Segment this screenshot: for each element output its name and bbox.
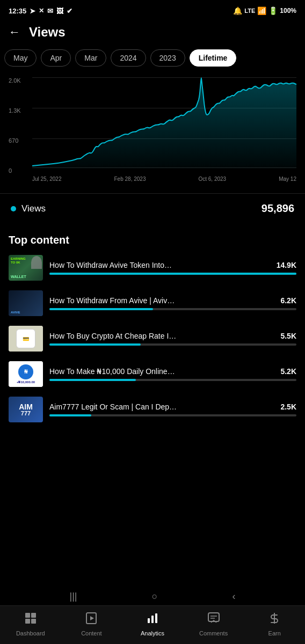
nav-dashboard[interactable]: Dashboard	[14, 612, 47, 636]
nav-content[interactable]: Content	[75, 612, 107, 636]
content-item-partial[interactable]: AIM 777 Aim7777 Legit Or Scam | Can I De…	[9, 397, 296, 427]
period-may[interactable]: May	[4, 49, 37, 67]
period-2024[interactable]: 2024	[111, 49, 146, 67]
sys-nav-back[interactable]: ‹	[232, 591, 235, 602]
content-thumb-2: AVIVE	[9, 290, 43, 316]
content-views-4: 5.2K	[280, 367, 296, 376]
content-thumb-4: ₦ +₦10,000.00	[9, 361, 43, 387]
progress-bg-2	[49, 308, 296, 310]
sys-nav-menu[interactable]: |||	[70, 591, 77, 602]
nav-earn[interactable]: Earn	[258, 612, 291, 636]
period-apr[interactable]: Apr	[41, 49, 71, 67]
system-nav: ||| ○ ‹	[0, 588, 305, 605]
content-item[interactable]: ₦ +₦10,000.00 How To Make ₦10,000 Daily …	[9, 361, 296, 387]
x-label-3: Oct 6, 2023	[198, 176, 226, 182]
views-count: 95,896	[262, 202, 294, 215]
period-mar[interactable]: Mar	[75, 49, 106, 67]
page-title: Views	[29, 25, 66, 40]
content-icon	[85, 612, 98, 628]
section-title: Top content	[9, 234, 296, 246]
chart-y-labels: 2.0K 1.3K 670 0	[9, 77, 30, 174]
earn-icon	[268, 612, 281, 628]
comments-icon	[207, 612, 220, 628]
chart-svg	[32, 77, 296, 169]
content-info-4: How To Make ₦10,000 Daily Online… 5.2K	[49, 367, 296, 381]
nav-analytics-label: Analytics	[141, 630, 164, 636]
progress-fill-4	[49, 379, 136, 381]
mail-icon: ✉	[47, 7, 53, 15]
svg-rect-7	[151, 616, 154, 623]
svg-marker-5	[90, 616, 94, 620]
chart-x-labels: Jul 25, 2022 Feb 28, 2023 Oct 6, 2023 Ma…	[9, 176, 296, 182]
content-views-2: 6.2K	[280, 296, 296, 305]
content-views-1: 14.9K	[277, 261, 296, 269]
content-item[interactable]: AVIVE How To Withdraw From Avive | Aviv……	[9, 290, 296, 316]
period-filter: May Apr Mar 2024 2023 Lifetime	[0, 47, 305, 73]
header: ← Views	[0, 19, 305, 47]
content-title-row-5: Aim7777 Legit Or Scam | Can I Dep… 2.5K	[49, 402, 296, 411]
period-lifetime[interactable]: Lifetime	[190, 49, 237, 67]
chart-inner: 2.0K 1.3K 670 0	[9, 77, 296, 174]
content-info-3: How To Buy Crypto At Cheap Rate I… 5.5K	[49, 332, 296, 346]
y-label-2k: 2.0K	[9, 77, 30, 84]
content-title-row-4: How To Make ₦10,000 Daily Online… 5.2K	[49, 367, 296, 376]
svg-rect-8	[155, 613, 157, 623]
x-logo-icon: ✕	[39, 7, 44, 14]
content-title-4: How To Make ₦10,000 Daily Online…	[49, 367, 276, 376]
content-info-1: How To Withdraw Avive Token Into… 14.9K	[49, 261, 296, 275]
y-label-1k3: 1.3K	[9, 107, 30, 114]
image-icon: 🖼	[56, 7, 63, 15]
location-icon: ➤	[30, 7, 35, 15]
nav-content-label: Content	[81, 630, 102, 636]
line-chart-svg	[32, 77, 296, 169]
status-bar: 12:35 ➤ ✕ ✉ 🖼 ✔ 🔔 LTE 📶 🔋 100%	[0, 0, 305, 19]
top-content-section: Top content EARNINGTO 0K WALLET How To W…	[0, 223, 305, 431]
status-left: 12:35 ➤ ✕ ✉ 🖼 ✔	[9, 7, 72, 15]
svg-rect-1	[31, 613, 36, 618]
y-label-670: 670	[9, 137, 30, 144]
progress-bg-1	[49, 273, 296, 275]
content-title-row-1: How To Withdraw Avive Token Into… 14.9K	[49, 261, 296, 269]
content-title-3: How To Buy Crypto At Cheap Rate I…	[49, 332, 276, 340]
nav-comments[interactable]: Comments	[198, 612, 230, 636]
battery-icon: 🔋	[268, 6, 278, 15]
progress-fill-1	[49, 273, 296, 275]
bottom-nav: Dashboard Content Analytics	[0, 605, 305, 644]
content-views-5: 2.5K	[280, 402, 296, 411]
views-label-group: Views	[11, 203, 46, 214]
check-icon: ✔	[67, 7, 72, 15]
svg-rect-3	[31, 619, 36, 624]
nav-earn-label: Earn	[268, 630, 281, 636]
progress-fill-5	[49, 414, 91, 416]
nav-dashboard-label: Dashboard	[16, 630, 45, 636]
svg-rect-6	[148, 618, 150, 623]
views-dot	[11, 206, 16, 211]
content-item[interactable]: 💳 How To Buy Crypto At Cheap Rate I… 5.5…	[9, 326, 296, 352]
content-title-2: How To Withdraw From Avive | Aviv…	[49, 296, 276, 305]
analytics-icon	[146, 612, 159, 628]
content-title-1: How To Withdraw Avive Token Into…	[49, 261, 272, 269]
content-item[interactable]: EARNINGTO 0K WALLET How To Withdraw Aviv…	[9, 255, 296, 281]
dashboard-icon	[24, 612, 37, 628]
battery-pct: 100%	[280, 7, 296, 14]
content-info-5: Aim7777 Legit Or Scam | Can I Dep… 2.5K	[49, 402, 296, 416]
signal-icon: 📶	[257, 6, 266, 15]
y-label-0: 0	[9, 167, 30, 174]
x-label-2: Feb 28, 2023	[114, 176, 146, 182]
views-legend: Views 95,896	[0, 193, 305, 223]
chart-container: 2.0K 1.3K 670 0	[0, 73, 305, 191]
sys-nav-home[interactable]: ○	[152, 591, 158, 602]
svg-rect-0	[25, 613, 30, 618]
content-title-row-2: How To Withdraw From Avive | Aviv… 6.2K	[49, 296, 296, 305]
period-2023[interactable]: 2023	[150, 49, 185, 67]
nav-comments-label: Comments	[199, 630, 228, 636]
x-label-4: May 12	[279, 176, 296, 182]
content-thumb-3: 💳	[9, 326, 43, 352]
x-label-1: Jul 25, 2022	[32, 176, 62, 182]
content-title-5: Aim7777 Legit Or Scam | Can I Dep…	[49, 402, 276, 411]
views-label: Views	[21, 203, 46, 214]
content-info-2: How To Withdraw From Avive | Aviv… 6.2K	[49, 296, 296, 310]
nav-analytics[interactable]: Analytics	[136, 612, 169, 636]
content-title-row-3: How To Buy Crypto At Cheap Rate I… 5.5K	[49, 332, 296, 340]
back-button[interactable]: ←	[9, 25, 20, 39]
